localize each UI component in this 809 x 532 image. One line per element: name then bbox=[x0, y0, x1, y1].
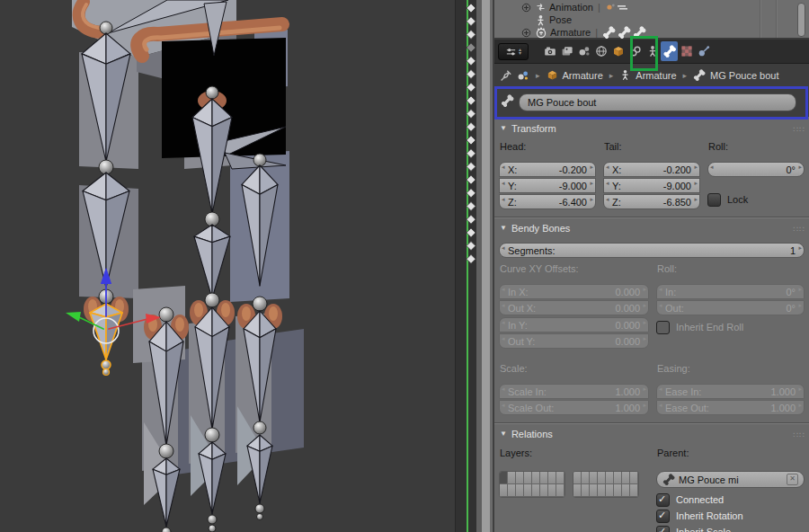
layer-cell[interactable] bbox=[524, 472, 532, 484]
bendy-roll-fields: In:0° Out:0° Inherit End Roll bbox=[656, 284, 805, 349]
roll-in-field[interactable]: In:0° bbox=[656, 284, 805, 299]
ease-out-field[interactable]: Ease Out:1.000 bbox=[656, 400, 805, 415]
layer-cell[interactable] bbox=[622, 484, 630, 497]
breadcrumb-object[interactable]: Armature bbox=[563, 70, 603, 81]
outliner-item-label[interactable]: Animation bbox=[549, 2, 593, 13]
layer-cell[interactable] bbox=[630, 472, 638, 484]
layer-cell[interactable] bbox=[556, 484, 565, 497]
expand-icon[interactable] bbox=[521, 28, 531, 38]
inherit-end-roll-checkbox[interactable] bbox=[656, 321, 670, 334]
clear-parent-icon[interactable]: ✕ bbox=[787, 474, 798, 485]
editor-type-button[interactable]: ▴▾ bbox=[498, 43, 529, 60]
inherit-rotation-checkbox[interactable] bbox=[656, 510, 670, 523]
layer-cell[interactable] bbox=[614, 472, 622, 484]
bone-layers-group-1[interactable] bbox=[499, 471, 565, 498]
layer-cell[interactable] bbox=[516, 484, 524, 497]
layer-cell[interactable] bbox=[516, 472, 524, 484]
pin-icon[interactable] bbox=[500, 69, 512, 82]
panel-header-transform[interactable]: ▼ Transform bbox=[498, 120, 805, 136]
tab-scene[interactable] bbox=[575, 41, 592, 61]
layer-cell[interactable] bbox=[540, 484, 548, 497]
layer-cell[interactable] bbox=[508, 472, 516, 484]
layer-cell[interactable] bbox=[500, 472, 508, 484]
connected-checkbox[interactable] bbox=[656, 493, 670, 507]
layer-cell[interactable] bbox=[606, 472, 614, 484]
panel-header-relations[interactable]: ▼ Relations bbox=[498, 426, 805, 441]
layer-cell[interactable] bbox=[500, 484, 508, 497]
current-frame-line bbox=[467, 0, 468, 532]
viewport-3d[interactable] bbox=[0, 0, 455, 532]
tail-z-field[interactable]: Z:-6.850 bbox=[603, 194, 700, 209]
curve-out-x-field[interactable]: Out X:0.000 bbox=[499, 300, 649, 315]
roll-out-field[interactable]: Out:0° bbox=[656, 300, 805, 315]
layer-cell[interactable] bbox=[614, 484, 622, 497]
head-y-field[interactable]: Y:-9.000 bbox=[499, 178, 596, 193]
breadcrumb-bone[interactable]: MG Pouce bout bbox=[710, 70, 778, 81]
roll-field[interactable]: 0° bbox=[707, 162, 805, 177]
tab-render[interactable] bbox=[541, 41, 558, 61]
parent-field[interactable]: MG Pouce mi ✕ bbox=[656, 471, 805, 488]
layer-cell[interactable] bbox=[532, 472, 540, 484]
head-x-field[interactable]: X:-0.200 bbox=[499, 162, 596, 177]
outliner-row-pose[interactable]: Pose bbox=[494, 13, 809, 26]
layer-cell[interactable] bbox=[598, 484, 606, 497]
outliner: Animation | Pose Armature | bbox=[494, 0, 809, 40]
joint-sphere bbox=[206, 86, 218, 99]
segments-field[interactable]: Segments:1 bbox=[499, 243, 805, 258]
layer-cell[interactable] bbox=[573, 484, 582, 497]
tail-y-field[interactable]: Y:-9.000 bbox=[603, 178, 700, 193]
ease-in-field[interactable]: Ease In:1.000 bbox=[656, 384, 805, 399]
joint-sphere bbox=[255, 504, 264, 513]
selected-bone-tip-sphere bbox=[102, 360, 111, 369]
inherit-scale-checkbox[interactable] bbox=[656, 526, 670, 532]
panel-header-bendy-bones[interactable]: ▼ Bendy Bones bbox=[498, 220, 805, 235]
panel-drag-dots[interactable] bbox=[794, 429, 805, 439]
scale-in-field[interactable]: Scale In:1.000 bbox=[499, 384, 649, 399]
layer-cell[interactable] bbox=[573, 472, 582, 484]
layer-cell[interactable] bbox=[508, 484, 516, 497]
panel-drag-dots[interactable] bbox=[794, 223, 805, 234]
curve-out-y-field[interactable]: Out Y:0.000 bbox=[499, 333, 649, 349]
outliner-row-animation[interactable]: Animation | bbox=[494, 1, 809, 13]
joint-sphere bbox=[205, 428, 219, 442]
pose-icon bbox=[535, 14, 547, 26]
bone-layers-group-2[interactable] bbox=[573, 471, 639, 498]
layer-cell[interactable] bbox=[540, 472, 548, 484]
tab-bone[interactable] bbox=[661, 41, 678, 61]
datablock-icon[interactable] bbox=[517, 69, 529, 82]
tab-object[interactable] bbox=[609, 41, 627, 61]
tab-physics[interactable] bbox=[695, 41, 712, 61]
layer-cell[interactable] bbox=[590, 484, 598, 497]
joint-sphere bbox=[162, 528, 171, 532]
bone bbox=[194, 236, 212, 298]
layer-cell[interactable] bbox=[622, 472, 630, 484]
scale-out-field[interactable]: Scale Out:1.000 bbox=[499, 400, 649, 415]
outliner-item-label[interactable]: Armature bbox=[550, 27, 591, 38]
breadcrumb-data[interactable]: Armature bbox=[636, 70, 676, 81]
layer-cell[interactable] bbox=[556, 472, 565, 484]
panel-drag-dots[interactable] bbox=[794, 123, 805, 134]
tab-render-layers[interactable] bbox=[558, 41, 575, 61]
layer-cell[interactable] bbox=[598, 472, 606, 484]
layer-cell[interactable] bbox=[582, 484, 590, 497]
layer-cell[interactable] bbox=[548, 472, 556, 484]
layer-cell[interactable] bbox=[582, 472, 590, 484]
tail-x-field[interactable]: X:-0.200 bbox=[603, 162, 700, 177]
divider: | bbox=[595, 27, 598, 38]
outliner-item-label[interactable]: Pose bbox=[549, 14, 572, 25]
tab-bone-constraints[interactable] bbox=[678, 41, 695, 61]
layer-cell[interactable] bbox=[548, 484, 556, 497]
tab-world[interactable] bbox=[592, 41, 609, 61]
layer-cell[interactable] bbox=[630, 484, 638, 497]
expand-icon[interactable] bbox=[521, 3, 531, 13]
layer-cell[interactable] bbox=[532, 484, 540, 497]
layer-cell[interactable] bbox=[590, 472, 598, 484]
layer-cell[interactable] bbox=[606, 484, 614, 497]
dopesheet-strip[interactable] bbox=[455, 0, 495, 532]
lock-checkbox[interactable] bbox=[707, 193, 721, 207]
head-z-field[interactable]: Z:-6.400 bbox=[499, 194, 596, 209]
roll-label: Roll: bbox=[708, 141, 804, 153]
curve-in-x-field[interactable]: In X:0.000 bbox=[499, 284, 649, 299]
layer-cell[interactable] bbox=[524, 484, 532, 497]
curve-in-y-field[interactable]: In Y:0.000 bbox=[499, 317, 649, 332]
